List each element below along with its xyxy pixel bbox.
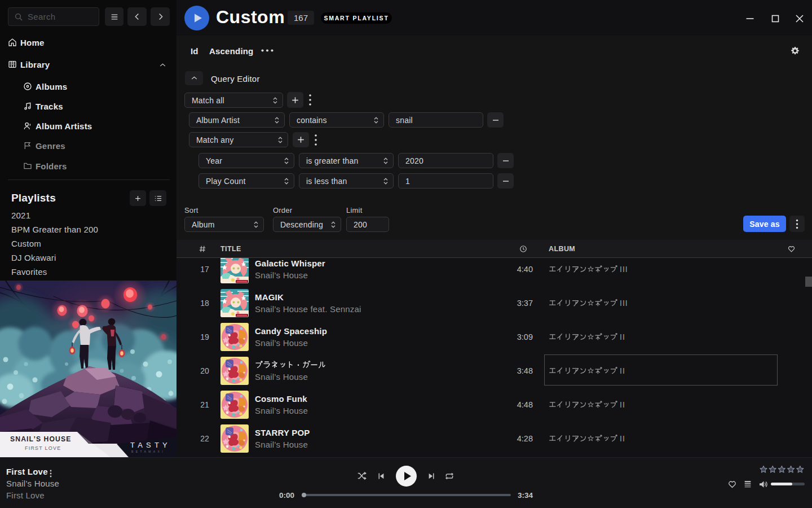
svg-text:TASTY: TASTY — [130, 441, 171, 449]
svg-text:SNAIL’S HOUSE: SNAIL’S HOUSE — [10, 435, 71, 443]
svg-text:BETAMAXI: BETAMAXI — [131, 450, 165, 453]
svg-text:FIRST LOVE: FIRST LOVE — [25, 445, 61, 451]
